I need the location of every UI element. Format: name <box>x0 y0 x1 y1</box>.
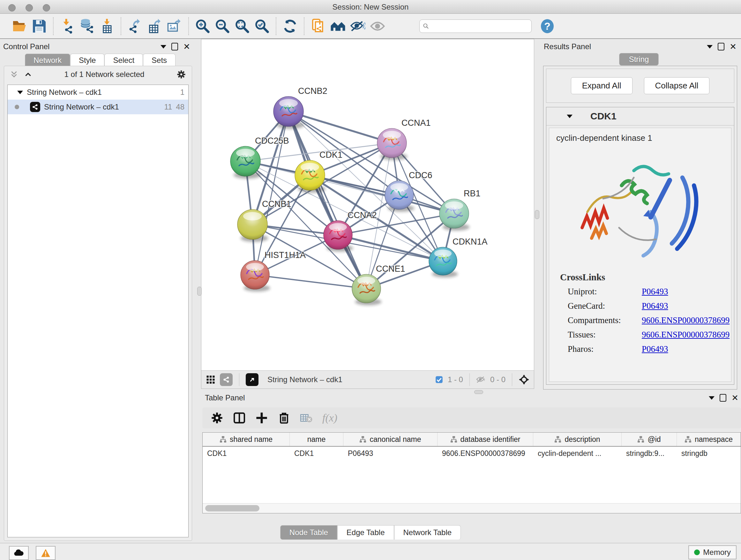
add-column-icon[interactable] <box>255 412 268 424</box>
left-splitter-handle[interactable] <box>197 287 202 296</box>
column-header[interactable]: name <box>290 433 343 446</box>
table-horizontal-scrollbar[interactable] <box>203 503 741 513</box>
table-row[interactable]: CDK1CDK1P064939606.ENSP00000378699cyclin… <box>203 447 741 460</box>
network-node-CDC6[interactable] <box>385 181 414 212</box>
network-node-CCNA1[interactable] <box>377 128 407 160</box>
clone-network-button[interactable] <box>308 17 328 36</box>
column-header[interactable]: namespace <box>677 433 741 446</box>
show-glass-panel-button[interactable] <box>367 17 387 36</box>
table-options-gear-icon[interactable] <box>211 412 223 424</box>
crosslink-link[interactable]: 9606.ENSP00000378699 <box>642 330 730 340</box>
network-node-CCNE1[interactable] <box>352 274 381 305</box>
export-table-button[interactable] <box>145 17 165 36</box>
table-cell[interactable]: CDK1 <box>203 447 290 460</box>
network-edge[interactable] <box>338 235 443 261</box>
network-collection-row[interactable]: String Network – cdk1 1 <box>8 85 188 100</box>
panel-menu-icon[interactable] <box>707 45 713 49</box>
network-node-HIST1H1A[interactable] <box>241 260 270 292</box>
tab-style[interactable]: Style <box>70 54 105 67</box>
export-image-button[interactable] <box>165 17 185 36</box>
collapse-all-networks-icon[interactable] <box>24 70 32 78</box>
network-node-CCNA2[interactable] <box>324 221 353 252</box>
network-view[interactable]: CCNB2CCNA1CDC25BCDK1CDC6RB1CCNB1CCNA2CDK… <box>201 39 534 389</box>
help-button[interactable]: ? <box>537 17 557 36</box>
table-cell[interactable]: stringdb <box>677 447 741 460</box>
network-edge[interactable] <box>288 111 366 289</box>
tab-node-table[interactable]: Node Table <box>280 525 337 540</box>
float-panel-icon[interactable] <box>718 43 724 51</box>
protein-expanded-icon[interactable] <box>567 115 572 118</box>
tab-edge-table[interactable]: Edge Table <box>337 525 394 540</box>
open-session-button[interactable] <box>10 17 29 36</box>
crosslink-link[interactable]: 9606.ENSP00000378699 <box>642 315 730 325</box>
show-columns-icon[interactable] <box>233 412 246 424</box>
import-network-from-database-button[interactable] <box>77 17 97 36</box>
zoom-fit-button[interactable] <box>232 17 252 36</box>
panel-menu-icon[interactable] <box>160 45 166 49</box>
node-table[interactable]: shared namenamecanonical namedatabase id… <box>202 432 741 513</box>
collapse-all-button[interactable]: Collapse All <box>644 77 710 94</box>
column-header[interactable]: description <box>533 433 622 446</box>
tab-network[interactable]: Network <box>25 54 70 67</box>
network-edge[interactable] <box>255 275 366 289</box>
table-cell[interactable]: CDK1 <box>290 447 343 460</box>
warnings-button[interactable] <box>36 546 56 560</box>
network-node-CDC25B[interactable] <box>230 146 261 179</box>
network-node-CCNB1[interactable] <box>238 209 268 242</box>
column-header[interactable]: shared name <box>203 433 290 446</box>
table-cell[interactable]: stringdb:9... <box>622 447 677 460</box>
network-node-CCNB2[interactable] <box>273 97 304 129</box>
save-session-button[interactable] <box>29 17 49 36</box>
apply-layout-button[interactable] <box>280 17 300 36</box>
network-node-CDK1[interactable] <box>295 160 326 193</box>
node-table-header[interactable]: shared namenamecanonical namedatabase id… <box>203 433 741 447</box>
birds-eye-toggle-icon[interactable] <box>519 374 529 385</box>
cloud-services-button[interactable] <box>9 546 29 560</box>
expand-all-networks-icon[interactable] <box>10 70 18 78</box>
column-header[interactable]: database identifier <box>437 433 533 446</box>
network-node-CDKN1A[interactable] <box>429 247 458 277</box>
table-cell[interactable]: 9606.ENSP00000378699 <box>437 447 533 460</box>
delete-column-icon[interactable] <box>278 412 290 424</box>
table-cell[interactable]: cyclin-dependent ... <box>533 447 622 460</box>
detach-view-button[interactable] <box>246 373 259 386</box>
expand-all-button[interactable]: Expand All <box>571 77 632 94</box>
memory-button[interactable]: Memory <box>688 545 737 559</box>
export-network-button[interactable] <box>125 17 145 36</box>
zoom-out-button[interactable] <box>212 17 232 36</box>
crosslink-link[interactable]: P06493 <box>642 301 668 311</box>
network-edge[interactable] <box>288 111 392 143</box>
float-panel-icon[interactable] <box>720 394 726 401</box>
collection-expanded-icon[interactable] <box>17 91 23 94</box>
import-network-button[interactable] <box>57 17 77 36</box>
zoom-selected-button[interactable] <box>252 17 272 36</box>
tab-select[interactable]: Select <box>105 54 143 67</box>
hide-glass-panel-button[interactable] <box>348 17 367 36</box>
network-node-RB1[interactable] <box>440 199 469 231</box>
close-panel-icon[interactable]: ✕ <box>731 394 738 402</box>
string-web-button[interactable] <box>328 17 348 36</box>
grid-view-icon[interactable] <box>206 375 215 384</box>
selected-checkbox-icon[interactable] <box>435 375 443 384</box>
crosslink-link[interactable]: P06493 <box>642 287 668 297</box>
network-canvas[interactable]: CCNB2CCNA1CDC25BCDK1CDC6RB1CCNB1CCNA2CDK… <box>201 39 534 370</box>
float-panel-icon[interactable] <box>172 43 178 51</box>
network-row[interactable]: String Network – cdk1 11 48 <box>8 100 188 114</box>
import-table-button[interactable] <box>97 17 117 36</box>
panel-menu-icon[interactable] <box>709 396 715 400</box>
tab-network-table[interactable]: Network Table <box>394 525 461 540</box>
scrollbar-thumb[interactable] <box>205 505 259 511</box>
protein-header[interactable]: CDK1 <box>546 107 734 125</box>
toolbar-search[interactable] <box>419 19 532 33</box>
node-table-body[interactable]: CDK1CDK1P064939606.ENSP00000378699cyclin… <box>203 447 741 460</box>
search-input[interactable] <box>432 22 528 30</box>
close-panel-icon[interactable]: ✕ <box>730 43 737 51</box>
tab-string[interactable]: String <box>619 53 659 65</box>
network-options-gear-icon[interactable] <box>177 70 186 79</box>
zoom-in-button[interactable] <box>193 17 212 36</box>
column-header[interactable]: @id <box>622 433 677 446</box>
tab-sets[interactable]: Sets <box>143 54 176 67</box>
crosslink-link[interactable]: P06493 <box>642 344 668 354</box>
close-panel-icon[interactable]: ✕ <box>183 43 190 51</box>
table-cell[interactable]: P06493 <box>343 447 437 460</box>
